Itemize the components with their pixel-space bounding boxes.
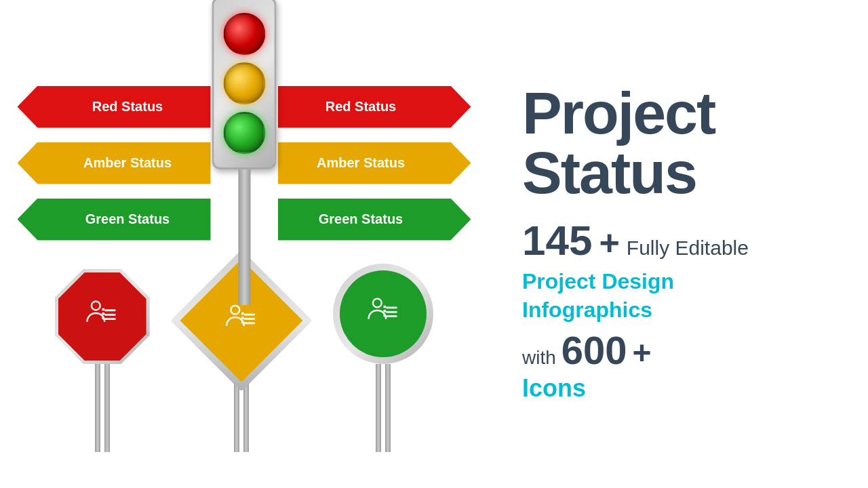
svg-rect-10 <box>244 322 256 324</box>
red-octagon <box>58 272 146 361</box>
red-person-icon <box>83 298 121 336</box>
green-circle-border <box>333 264 433 364</box>
green-bulb <box>223 112 265 154</box>
svg-rect-18 <box>383 305 386 308</box>
svg-point-7 <box>231 305 239 314</box>
red-sign-item <box>55 269 150 452</box>
green-sign-item <box>333 264 433 452</box>
desc-project-design: Project Design <box>522 268 674 296</box>
green-arrow-left: Green Status <box>18 199 211 241</box>
green-arrow-right: Green Status <box>278 199 471 241</box>
red-arrow-left: Red Status <box>18 86 211 128</box>
red-arrow-right: Red Status <box>278 86 471 128</box>
red-right-label: Red Status <box>326 99 396 115</box>
traffic-light-box <box>212 0 277 169</box>
count-145: 145 <box>522 216 592 264</box>
amber-person-icon <box>222 302 260 340</box>
icons-label: Icons <box>522 373 586 405</box>
amber-arrow-left: Amber Status <box>18 142 211 184</box>
svg-rect-11 <box>241 312 244 314</box>
right-panel: Project Status 145 + Fully Editable Proj… <box>488 0 868 488</box>
left-panel: Red Status Red Status Amber Status Amber… <box>0 0 488 488</box>
amber-right-label: Amber Status <box>317 155 405 171</box>
svg-rect-4 <box>102 308 105 310</box>
svg-point-0 <box>92 301 100 310</box>
svg-rect-12 <box>241 317 244 319</box>
green-left-label: Green Status <box>85 211 170 227</box>
green-right-label: Green Status <box>319 211 403 227</box>
svg-rect-17 <box>386 315 397 317</box>
amber-left-label: Amber Status <box>83 155 172 171</box>
plus-2: + <box>633 334 652 371</box>
traffic-light <box>212 0 277 305</box>
count-row-1: 145 + Fully Editable <box>522 216 749 264</box>
svg-rect-6 <box>102 317 105 319</box>
svg-rect-1 <box>104 309 116 311</box>
red-left-label: Red Status <box>92 99 163 115</box>
desc-fully-editable: Fully Editable <box>627 237 749 260</box>
amber-bulb <box>223 62 265 104</box>
svg-rect-2 <box>104 313 116 315</box>
title-line2: Status <box>522 143 696 203</box>
red-bulb <box>223 13 265 55</box>
svg-point-14 <box>373 298 382 307</box>
green-person-icon <box>365 296 402 333</box>
with-text: with <box>522 347 556 369</box>
svg-rect-3 <box>104 318 116 320</box>
green-circle <box>340 270 427 357</box>
count-row-2: with 600 + <box>522 327 652 373</box>
svg-rect-5 <box>102 312 105 315</box>
red-sign-poles <box>95 364 110 452</box>
plus-1: + <box>599 222 619 263</box>
svg-rect-19 <box>383 310 386 312</box>
green-sign-poles <box>376 364 391 452</box>
amber-arrow-right: Amber Status <box>278 142 471 184</box>
svg-rect-20 <box>383 314 386 317</box>
traffic-pole <box>238 169 250 305</box>
svg-rect-8 <box>244 313 256 315</box>
title-line1: Project <box>522 83 715 143</box>
desc-infographics: Infographics <box>522 296 652 325</box>
red-octagon-border <box>55 269 150 364</box>
svg-rect-16 <box>386 310 397 312</box>
svg-rect-15 <box>386 306 397 308</box>
count-600: 600 <box>561 327 627 373</box>
svg-rect-9 <box>244 317 256 319</box>
